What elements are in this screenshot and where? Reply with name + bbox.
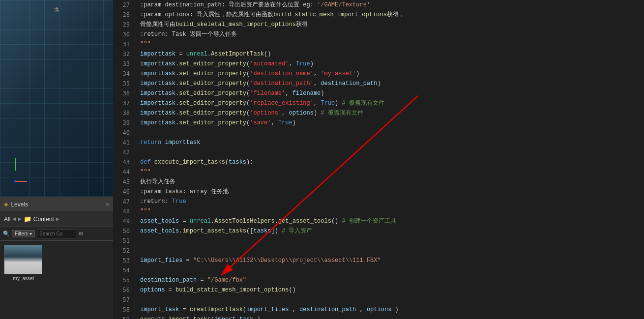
- line-43: 43: [113, 157, 135, 167]
- code-line-29: 骨骼属性可由build_skeletal_mesh_import_options…: [140, 20, 644, 29]
- code-area: 27 28 29 30 31 32 33 34 35 36 37 38 39 4…: [113, 0, 644, 319]
- code-line-56: options = build_static_mesh_import_optio…: [140, 285, 644, 295]
- flask-icon: ⚗: [54, 4, 59, 15]
- asset-image: [4, 245, 42, 274]
- code-line-51: [140, 236, 644, 246]
- code-line-35: importtask.set_editor_property('destinat…: [140, 79, 644, 88]
- line-52: 52: [113, 246, 135, 256]
- grid-view-button[interactable]: ⊞: [79, 230, 83, 237]
- line-40: 40: [113, 128, 135, 138]
- line-29: 29: [113, 20, 135, 29]
- line-30: 30: [113, 29, 135, 39]
- code-line-32: importtask = unreal.AssetImportTask(): [140, 49, 644, 59]
- asset-grid: my_asset: [0, 241, 113, 319]
- all-button[interactable]: All: [4, 216, 10, 223]
- code-line-46: :param tasks: array 任务池: [140, 187, 644, 197]
- viewport: ⚗: [0, 0, 113, 197]
- code-line-39: importtask.set_editor_property('save', T…: [140, 118, 644, 128]
- asset-preview: [4, 245, 42, 274]
- code-line-40: [140, 128, 644, 138]
- code-line-27: :param destination_path: 导出后资产要放在什么位置 eg…: [140, 0, 644, 10]
- line-38: 38: [113, 108, 135, 118]
- line-59: 59: [113, 315, 135, 319]
- x-axis: [15, 181, 27, 182]
- levels-label: Levels: [11, 201, 28, 208]
- code-line-54: [140, 265, 644, 275]
- code-line-41: return importtask: [140, 138, 644, 147]
- line-49: 49: [113, 216, 135, 226]
- line-50: 50: [113, 226, 135, 236]
- left-panel: ⚗ ◈ Levels ✕ All ◀ ▶ 📁 Content ▶ 🔍 Filte…: [0, 0, 113, 319]
- nav-back-button[interactable]: ◀: [12, 215, 16, 223]
- line-51: 51: [113, 236, 135, 246]
- code-line-44: """: [140, 167, 644, 177]
- code-line-59: execute_import_tasks(import_task ): [140, 315, 644, 319]
- line-46: 46: [113, 187, 135, 197]
- line-42: 42: [113, 147, 135, 157]
- nav-forward-button[interactable]: ▶: [18, 215, 22, 223]
- line-56: 56: [113, 285, 135, 295]
- code-line-43: def execute_import_tasks(tasks):: [140, 157, 644, 167]
- code-line-42: [140, 147, 644, 157]
- line-27: 27: [113, 0, 135, 10]
- code-line-31: """: [140, 39, 644, 49]
- asset-thumbnail[interactable]: my_asset: [4, 245, 43, 281]
- code-line-53: import_files = "C:\\Users\\41132\\Deskto…: [140, 256, 644, 265]
- line-numbers: 27 28 29 30 31 32 33 34 35 36 37 38 39 4…: [113, 0, 135, 319]
- code-line-48: """: [140, 206, 644, 216]
- code-line-37: importtask.set_editor_property('replace_…: [140, 98, 644, 108]
- viewport-axes: [10, 167, 29, 187]
- content-label: Content: [33, 216, 54, 223]
- asset-name-label: my_asset: [4, 276, 43, 281]
- z-axis-dot: [14, 180, 16, 182]
- line-35: 35: [113, 79, 135, 88]
- code-line-49: asset_tools = unreal.AssetToolsHelpers.g…: [140, 216, 644, 226]
- code-line-52: [140, 246, 644, 256]
- line-53: 53: [113, 256, 135, 265]
- code-line-30: :return: Task 返回一个导入任务: [140, 29, 644, 39]
- code-line-36: importtask.set_editor_property('filename…: [140, 88, 644, 98]
- y-axis: [15, 158, 16, 171]
- folder-icon: 📁: [24, 215, 31, 223]
- code-line-57: [140, 295, 644, 305]
- line-39: 39: [113, 118, 135, 128]
- code-line-28: :param options: 导入属性，静态属性可由函数build_stati…: [140, 10, 644, 20]
- code-panel: 27 28 29 30 31 32 33 34 35 36 37 38 39 4…: [113, 0, 644, 319]
- line-58: 58: [113, 305, 135, 315]
- code-line-45: 执行导入任务: [140, 177, 644, 187]
- search-icon: 🔍: [3, 231, 10, 237]
- line-45: 45: [113, 177, 135, 187]
- levels-icon: ◈: [4, 200, 8, 208]
- content-bar: All ◀ ▶ 📁 Content ▶: [0, 211, 113, 227]
- levels-close-button[interactable]: ✕: [106, 201, 109, 208]
- code-line-58: import_task = creatImportTask(import_fil…: [140, 305, 644, 315]
- code-line-50: asset_tools.import_asset_tasks([tasks]) …: [140, 226, 644, 236]
- code-content[interactable]: :param destination_path: 导出后资产要放在什么位置 eg…: [135, 0, 644, 319]
- search-bar: 🔍 Filters ▾ ⊞: [0, 227, 113, 241]
- line-34: 34: [113, 69, 135, 79]
- breadcrumb-arrow: ▶: [56, 216, 59, 222]
- filters-button[interactable]: Filters ▾: [12, 230, 35, 237]
- code-line-33: importtask.set_editor_property('automate…: [140, 59, 644, 69]
- line-37: 37: [113, 98, 135, 108]
- line-28: 28: [113, 10, 135, 20]
- line-55: 55: [113, 275, 135, 285]
- levels-bar: ◈ Levels ✕: [0, 197, 113, 211]
- line-54: 54: [113, 265, 135, 275]
- code-line-38: importtask.set_editor_property('options'…: [140, 108, 644, 118]
- line-47: 47: [113, 197, 135, 206]
- line-41: 41: [113, 138, 135, 147]
- line-33: 33: [113, 59, 135, 69]
- line-31: 31: [113, 39, 135, 49]
- line-44: 44: [113, 167, 135, 177]
- line-48: 48: [113, 206, 135, 216]
- code-line-55: destination_path = "/Game/fbx": [140, 275, 644, 285]
- line-57: 57: [113, 295, 135, 305]
- search-input[interactable]: [37, 230, 76, 238]
- code-line-47: :return: True: [140, 197, 644, 206]
- line-36: 36: [113, 88, 135, 98]
- line-32: 32: [113, 49, 135, 59]
- code-line-34: importtask.set_editor_property('destinat…: [140, 69, 644, 79]
